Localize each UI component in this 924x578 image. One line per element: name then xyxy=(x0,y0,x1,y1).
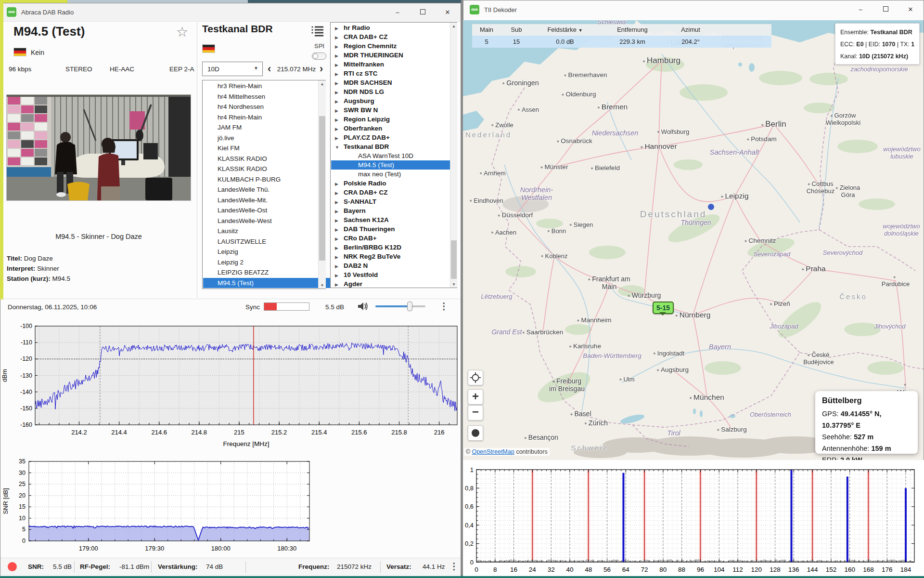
service-list-item[interactable]: KULMBACH P-BURG xyxy=(203,174,333,185)
country-flag-icon xyxy=(13,48,26,56)
service-list-view-icon[interactable] xyxy=(311,25,324,39)
tree-ensemble-item[interactable]: ▼Testkanal BDR xyxy=(331,142,450,151)
map-view[interactable]: Schleswig-Mecklenburg- VorpommernKoszali… xyxy=(463,20,924,460)
locate-button[interactable] xyxy=(468,370,483,385)
kebab-menu-icon[interactable]: ⋮ xyxy=(439,301,449,312)
tree-ensemble-item[interactable]: ▶Mittelfranken xyxy=(331,60,450,69)
tree-ensemble-item[interactable]: ▶PLAY.CZ DAB+ xyxy=(331,133,450,142)
service-list-item[interactable]: hr4 Rhein-Main xyxy=(203,112,333,123)
tii-column-header[interactable]: Feldstärke ▼ xyxy=(532,24,598,36)
svg-text:-140: -140 xyxy=(20,389,32,395)
service-list-item[interactable]: M94.5 (Test) xyxy=(203,278,333,289)
tree-ensemble-item[interactable]: ▶hr Radio xyxy=(331,23,450,32)
service-list-item[interactable]: KLASSIK RADIO xyxy=(203,164,333,174)
maximize-button[interactable] xyxy=(873,0,898,19)
tree-ensemble-item[interactable]: ▶Agder xyxy=(331,279,450,289)
scroll-up-icon[interactable]: ▲ xyxy=(319,80,326,86)
prev-channel-button[interactable]: ‹ xyxy=(268,63,271,75)
service-list-item[interactable]: Kiel FM xyxy=(203,143,333,154)
tree-ensemble-item[interactable]: ▶MDR SACHSEN xyxy=(331,78,450,87)
tree-service-item[interactable]: M94.5 (Test) xyxy=(331,160,450,170)
next-channel-button[interactable]: › xyxy=(320,63,323,75)
zoom-in-button[interactable]: + xyxy=(468,389,483,405)
tree-ensemble-item[interactable]: ▶DAB Thueringen xyxy=(331,224,450,234)
tree-ensemble-item[interactable]: ▶RTI cz STC xyxy=(331,69,450,78)
layer-toggle-button[interactable] xyxy=(468,425,483,441)
tree-ensemble-item[interactable]: ▶Berlin/BRBG K12D xyxy=(331,243,450,252)
service-list-item[interactable]: LandesWelle-Mit. xyxy=(203,195,333,206)
volume-slider[interactable] xyxy=(375,302,425,311)
tree-service-item[interactable]: ASA WarnTest 10D xyxy=(331,151,450,160)
service-list[interactable]: hr3 Rhein-Mainhr4 Mittelhessenhr4 Nordhe… xyxy=(202,80,326,289)
service-list-item[interactable]: LandesWelle-West xyxy=(203,216,333,226)
tree-ensemble-item[interactable]: ▶S-ANHALT xyxy=(331,197,450,206)
openstreetmap-link[interactable]: OpenStreetMap xyxy=(472,448,514,455)
maximize-button[interactable] xyxy=(410,3,435,22)
close-button[interactable]: ✕ xyxy=(898,0,923,19)
tree-service-item[interactable]: max neo (Test) xyxy=(331,170,450,179)
service-list-item[interactable]: Leipzig xyxy=(203,247,333,257)
service-list-item[interactable]: KLASSIK RADIO xyxy=(203,154,333,164)
tii-secondary-dot[interactable] xyxy=(708,204,714,210)
speaker-icon[interactable] xyxy=(357,301,369,314)
scroll-down-icon[interactable]: ▼ xyxy=(319,283,326,288)
tii-column-header[interactable]: Sub xyxy=(501,24,532,36)
close-button[interactable]: ✕ xyxy=(435,3,460,22)
svg-text:5: 5 xyxy=(22,526,26,533)
svg-text:SNR [dB]: SNR [dB] xyxy=(2,488,9,514)
minimize-button[interactable]: – xyxy=(848,0,873,19)
map-label-region: Jihovýchod xyxy=(874,323,905,330)
minimize-button[interactable]: – xyxy=(385,3,410,22)
ensemble-info-line: Ensemble: Testkanal BDR xyxy=(840,26,914,39)
zoom-out-button[interactable]: − xyxy=(468,405,483,420)
favorite-star-icon[interactable]: ☆ xyxy=(176,24,188,40)
service-list-item[interactable]: LandesWelle Thü. xyxy=(203,184,333,195)
tree-ensemble-item[interactable]: ▶CRo DAB+ xyxy=(331,234,450,243)
service-list-item[interactable]: Lausitz xyxy=(203,226,333,236)
tree-ensemble-item[interactable]: ▶NRK Reg2 BuTeVe xyxy=(331,252,450,261)
tii-table-row[interactable]: 5150.0 dB229.3 km204.2° xyxy=(472,36,771,48)
service-list-scrollbar[interactable]: ▲ ▼ xyxy=(318,80,326,289)
slider-thumb[interactable] xyxy=(407,302,412,311)
service-list-item[interactable]: JAM FM xyxy=(203,122,333,133)
tree-ensemble-item[interactable]: ▶DAB2 N xyxy=(331,261,450,270)
tree-ensemble-item[interactable]: ▶Region Chemnitz xyxy=(331,41,450,51)
tree-ensemble-item[interactable]: ▶Polskie Radio xyxy=(331,179,450,188)
tii-column-header[interactable]: Main xyxy=(472,24,501,36)
service-list-item[interactable]: hr4 Mittelhessen xyxy=(203,92,333,102)
tree-ensemble-item[interactable]: ▶MDR THUERINGEN xyxy=(331,51,450,60)
tii-table[interactable]: MainSubFeldstärke ▼EntfernungAzimut 5150… xyxy=(472,24,771,48)
tree-ensemble-item[interactable]: ▶10 Vestfold xyxy=(331,270,450,279)
tii-column-header[interactable]: Azimut xyxy=(667,24,715,36)
record-indicator-icon[interactable] xyxy=(8,562,17,571)
tree-ensemble-item[interactable]: ▶Sachsen K12A xyxy=(331,215,450,224)
scroll-down-icon[interactable]: ▼ xyxy=(450,282,457,287)
service-list-item[interactable]: hr4 Nordhessen xyxy=(203,102,333,112)
ensemble-tree[interactable]: ▶hr Radio▶CRA DAB+ CZ▶Region Chemnitz▶MD… xyxy=(330,22,457,288)
tree-ensemble-item[interactable]: ▶Bayern xyxy=(331,206,450,215)
service-list-item[interactable]: Leipzig 2 xyxy=(203,257,333,268)
scroll-up-icon[interactable]: ▲ xyxy=(450,23,457,28)
tree-ensemble-item[interactable]: ▶NDR NDS LG xyxy=(331,87,450,96)
service-list-item[interactable]: LandesWelle-Ost xyxy=(203,205,333,216)
ensemble-flag-icon xyxy=(202,44,215,53)
tree-ensemble-item[interactable]: ▶CRA DAB+ CZ xyxy=(331,32,450,41)
tii-table-header[interactable]: MainSubFeldstärke ▼EntfernungAzimut xyxy=(472,24,771,36)
map-label-city: Zürich xyxy=(585,419,608,427)
tree-ensemble-item[interactable]: ▶Oberfranken xyxy=(331,124,450,133)
spi-toggle[interactable] xyxy=(312,53,326,60)
service-list-item[interactable]: jö.live xyxy=(203,133,333,144)
tree-scrollbar[interactable]: ▲ ▼ xyxy=(450,23,457,288)
channel-dropdown[interactable]: 10D ▼ xyxy=(202,62,263,76)
service-list-item[interactable]: LAUSITZWELLE xyxy=(203,236,333,247)
tree-ensemble-item[interactable]: ▶SWR BW N xyxy=(331,105,450,115)
tree-ensemble-item[interactable]: ▶Augsburg xyxy=(331,96,450,105)
tree-ensemble-item[interactable]: ▶Region Leipzig xyxy=(331,115,450,124)
tii-column-header[interactable]: Entfernung xyxy=(598,24,667,36)
transmitter-marker[interactable]: 5-15 xyxy=(653,302,674,314)
service-list-item[interactable]: LEIPZIG BEATZZ xyxy=(203,267,333,278)
kebab-menu-icon[interactable]: ⋮ xyxy=(449,561,459,572)
tree-ensemble-item[interactable]: ▶CRA DAB+ CZ xyxy=(331,188,450,197)
svg-text:25: 25 xyxy=(19,481,26,487)
service-list-item[interactable]: hr3 Rhein-Main xyxy=(203,81,333,92)
